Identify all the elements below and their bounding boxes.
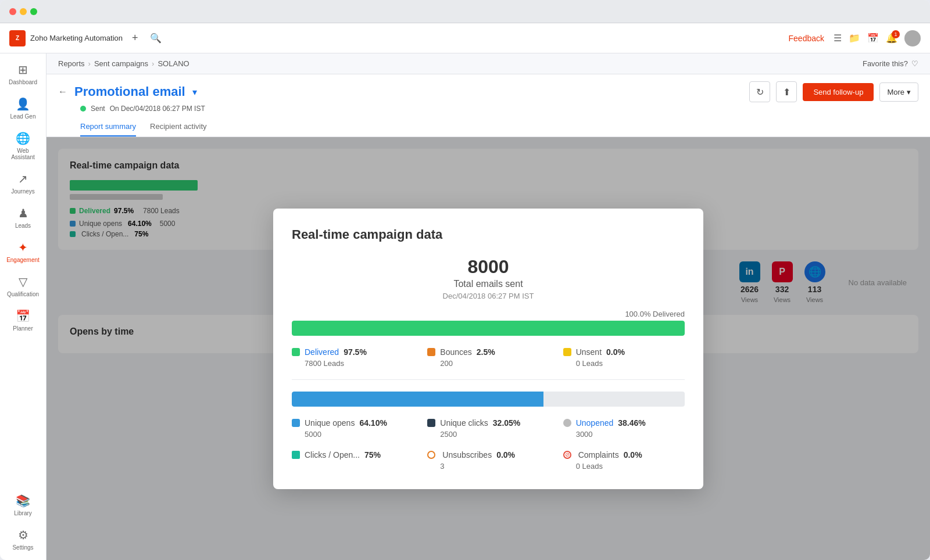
new-tab-button[interactable]: + — [130, 30, 141, 46]
send-followup-button[interactable]: Send follow-up — [803, 83, 874, 101]
campaign-title-row: ← Promotional email ▾ ↻ ⬆ Send follow-up… — [58, 81, 918, 102]
sidebar-item-planner[interactable]: 📅 Planner — [2, 304, 44, 336]
campaign-header: ← Promotional email ▾ ↻ ⬆ Send follow-up… — [46, 74, 930, 137]
content-area: Real-time campaign data Delivered — [46, 137, 930, 560]
unopened-row: Unopened 38.46% — [563, 418, 685, 428]
unique-opens-color — [292, 419, 300, 427]
maximize-button[interactable] — [30, 8, 37, 15]
breadcrumb-reports[interactable]: Reports — [58, 59, 85, 68]
unique-clicks-pct: 32.05% — [493, 418, 520, 428]
campaign-dropdown-icon[interactable]: ▾ — [192, 87, 197, 98]
clicks-open-modal-pct: 75% — [364, 450, 381, 460]
back-button[interactable]: ← — [58, 87, 67, 97]
sidebar-item-leadgen[interactable]: 👤 Lead Gen — [2, 92, 44, 124]
unsubscribes-row: Unsubscribes 0.0% — [427, 450, 549, 460]
realtime-data-modal: Real-time campaign data 8000 Total email… — [273, 209, 703, 489]
sent-info: Sent On Dec/04/2018 06:27 PM IST — [80, 105, 918, 117]
favorite-heart-icon[interactable]: ♡ — [911, 59, 918, 68]
delivered-row: Delivered 97.5% — [292, 347, 413, 357]
unopened-color — [563, 419, 571, 427]
unique-clicks-value: 2500 — [440, 430, 549, 439]
unsent-row: Unsent 0.0% — [563, 347, 685, 357]
sidebar-item-library[interactable]: 📚 Library — [2, 489, 44, 521]
campaign-title: Promotional email — [74, 84, 185, 99]
stats-grid-top: Delivered 97.5% 7800 Leads Bounces 2.5% — [292, 347, 685, 368]
clicks-open-row: Clicks / Open... 75% — [292, 450, 413, 460]
breadcrumb-sent-campaigns[interactable]: Sent campaigns — [94, 59, 148, 68]
calendar-icon[interactable]: 📅 — [867, 33, 879, 44]
modal-title: Real-time campaign data — [292, 227, 685, 242]
sidebar-label-qualification: Qualification — [7, 291, 39, 297]
bounces-row: Bounces 2.5% — [427, 347, 549, 357]
more-button[interactable]: More ▾ — [879, 82, 918, 102]
refresh-button[interactable]: ↻ — [749, 81, 770, 102]
breadcrumb-campaign: SOLANO — [158, 59, 189, 68]
complaints-value: 0 Leads — [576, 462, 685, 471]
titlebar — [0, 0, 930, 23]
journeys-icon: ↗ — [18, 172, 28, 186]
sidebar-label-engagement: Engagement — [6, 257, 40, 263]
leads-icon: ♟ — [18, 206, 28, 220]
sidebar-label-library: Library — [14, 510, 32, 516]
unsubscribes-pct: 0.0% — [496, 450, 515, 460]
clicks-open-stat: Clicks / Open... 75% — [292, 450, 413, 471]
qualification-icon: ▽ — [19, 275, 27, 289]
total-emails-number: 8000 — [292, 256, 685, 278]
bounces-name: Bounces — [440, 347, 471, 357]
unique-clicks-name: Unique clicks — [440, 418, 488, 428]
unique-opens-stat: Unique opens 64.10% 5000 — [292, 418, 413, 439]
delivered-stat: Delivered 97.5% 7800 Leads — [292, 347, 413, 368]
feedback-button[interactable]: Feedback — [789, 34, 824, 43]
favorite-text: Favorite this? — [863, 59, 908, 68]
unsent-color — [563, 348, 571, 356]
tab-report-summary[interactable]: Report summary — [80, 117, 136, 137]
total-emails-label: Total emails sent — [292, 279, 685, 289]
avatar[interactable] — [904, 30, 921, 46]
opens-bar-fill — [292, 392, 543, 407]
unsubscribes-color — [427, 451, 435, 459]
stats-grid-bottom: Unique opens 64.10% 5000 Unique clicks 3… — [292, 418, 685, 471]
modal-overlay[interactable]: Real-time campaign data 8000 Total email… — [46, 137, 930, 560]
complaints-pct: 0.0% — [624, 450, 642, 460]
modal-separator — [292, 379, 685, 380]
brand-name: Zoho Marketing Automation — [30, 34, 123, 42]
sidebar-label-webassistant: Web Assistant — [6, 148, 41, 160]
breadcrumb-sep1: › — [88, 59, 91, 68]
unsent-stat: Unsent 0.0% 0 Leads — [563, 347, 685, 368]
bounces-pct: 2.5% — [477, 347, 495, 357]
unopened-value: 3000 — [576, 430, 685, 439]
sidebar-item-qualification[interactable]: ▽ Qualification — [2, 270, 44, 302]
unsubscribes-stat: Unsubscribes 0.0% 3 — [427, 450, 549, 471]
complaints-color: ⊘ — [563, 451, 571, 459]
sent-status-dot — [80, 106, 86, 112]
sidebar-item-settings[interactable]: ⚙ Settings — [2, 523, 44, 555]
campaign-tabs: Report summary Recipient activity — [80, 117, 918, 137]
unique-clicks-stat: Unique clicks 32.05% 2500 — [427, 418, 549, 439]
share-button[interactable]: ⬆ — [776, 81, 797, 102]
minimize-button[interactable] — [20, 8, 27, 15]
sidebar-label-planner: Planner — [13, 325, 33, 332]
dashboard-icon: ⊞ — [18, 63, 28, 77]
list-icon[interactable]: ☰ — [834, 33, 842, 44]
sidebar-item-journeys[interactable]: ↗ Journeys — [2, 167, 44, 199]
tab-recipient-activity[interactable]: Recipient activity — [150, 117, 207, 137]
notifications-icon[interactable]: 🔔 1 — [886, 33, 897, 44]
delivered-name[interactable]: Delivered — [305, 347, 339, 357]
folder-icon[interactable]: 📁 — [849, 33, 860, 44]
unopened-stat: Unopened 38.46% 3000 — [563, 418, 685, 439]
sidebar-item-leads[interactable]: ♟ Leads — [2, 202, 44, 234]
unopened-name[interactable]: Unopened — [576, 418, 614, 428]
search-icon[interactable]: 🔍 — [148, 30, 164, 46]
delivered-pct-label: 100.0% Delivered — [292, 310, 685, 318]
breadcrumb-bar: Reports › Sent campaigns › SOLANO Favori… — [46, 53, 930, 74]
modal-total: 8000 Total emails sent Dec/04/2018 06:27… — [292, 256, 685, 300]
close-button[interactable] — [9, 8, 16, 15]
sidebar-item-webassistant[interactable]: 🌐 Web Assistant — [2, 127, 44, 165]
sidebar-item-engagement[interactable]: ✦ Engagement — [2, 236, 44, 268]
unique-clicks-color — [427, 419, 435, 427]
engagement-icon: ✦ — [18, 240, 28, 254]
sidebar-item-dashboard[interactable]: ⊞ Dashboard — [2, 58, 44, 90]
unique-opens-row: Unique opens 64.10% — [292, 418, 413, 428]
topnav-right: Feedback ☰ 📁 📅 🔔 1 — [789, 30, 921, 46]
opens-progress-bar — [292, 392, 685, 407]
